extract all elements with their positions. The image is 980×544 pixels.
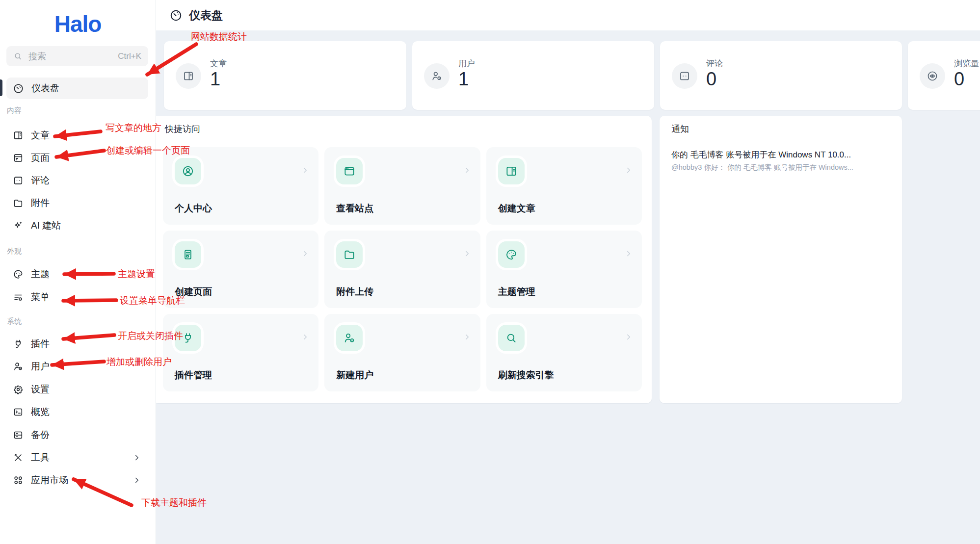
sidebar-item-label: 应用市场: [31, 474, 68, 487]
sidebar-item-comments[interactable]: 评论: [6, 170, 148, 191]
quick-tile-plugin-management[interactable]: 插件管理: [163, 314, 318, 391]
quick-tile-label: 新建用户: [336, 369, 373, 382]
menu-settings-icon: [13, 292, 24, 303]
plug-icon: [13, 338, 24, 349]
sidebar-item-settings[interactable]: 设置: [6, 379, 148, 400]
stat-label: 文章: [210, 58, 227, 69]
upload-attachment-icon: [336, 241, 363, 268]
sidebar-item-label: 设置: [31, 383, 50, 396]
stat-value: 1: [210, 69, 220, 90]
quick-tile-create-post[interactable]: 创建文章: [486, 147, 642, 225]
notification-item-subtitle: @hobby3 你好： 你的 毛毛博客 账号被用于在 Windows...: [671, 163, 892, 172]
profile-icon: [175, 158, 201, 184]
stat-card-users: 用户 1: [412, 41, 654, 110]
sidebar-item-users[interactable]: 用户: [6, 356, 148, 377]
comments-icon: [13, 175, 24, 186]
page-title: 仪表盘: [189, 8, 223, 23]
chevron-right-icon: [463, 333, 472, 341]
sidebar-item-posts[interactable]: 文章: [6, 125, 148, 146]
quick-tile-label: 创建文章: [498, 202, 535, 215]
tools-icon: [13, 452, 24, 463]
search-placeholder: 搜索: [28, 51, 112, 62]
sidebar-item-attachments[interactable]: 附件: [6, 192, 148, 214]
sidebar-item-pages[interactable]: 页面: [6, 147, 148, 169]
sidebar-item-themes[interactable]: 主题: [6, 263, 148, 285]
sidebar-item-dashboard[interactable]: 仪表盘: [6, 78, 148, 99]
gear-icon: [13, 384, 24, 395]
quick-tile-upload-attachment[interactable]: 附件上传: [324, 231, 480, 308]
chevron-right-icon: [624, 249, 633, 258]
search-icon: [13, 52, 23, 61]
quick-tile-theme-management[interactable]: 主题管理: [486, 231, 642, 308]
quick-access-panel: 快捷访问 个人中心 查看站点 创建文章 创建页面: [153, 116, 652, 403]
palette-icon: [13, 269, 24, 280]
active-indicator: [0, 79, 2, 96]
quick-tile-label: 附件上传: [336, 285, 373, 298]
posts-icon: [13, 130, 24, 141]
halo-admin-page: Halo 搜索 Ctrl+K 仪表盘 内容 文章 页面 评论 附件: [0, 0, 980, 544]
quick-tile-new-user[interactable]: 新建用户: [324, 314, 480, 391]
views-icon: [920, 63, 945, 89]
search-input[interactable]: 搜索 Ctrl+K: [6, 46, 148, 66]
sidebar-item-label: 用户: [31, 360, 50, 373]
sidebar-item-plugins[interactable]: 插件: [6, 333, 148, 355]
quick-tile-view-site[interactable]: 查看站点: [324, 147, 480, 225]
sidebar-item-label: 附件: [31, 197, 50, 209]
stat-value: 1: [458, 69, 469, 90]
chevron-right-icon: [624, 333, 633, 341]
stat-value: 0: [954, 69, 964, 90]
chevron-right-icon: [624, 166, 633, 175]
stat-card-views: 浏览量 0: [908, 41, 980, 110]
quick-tile-label: 主题管理: [498, 285, 535, 298]
gauge-icon: [13, 83, 24, 94]
notifications-panel: 通知 你的 毛毛博客 账号被用于在 Windows NT 10.0... @ho…: [660, 116, 902, 403]
quick-tile-label: 创建页面: [175, 285, 212, 298]
sidebar-item-overview[interactable]: 概览: [6, 401, 148, 423]
sidebar-item-label: 插件: [31, 337, 50, 350]
notifications-title: 通知: [660, 116, 902, 142]
stat-value: 0: [706, 69, 716, 90]
sidebar-item-label: 主题: [31, 268, 50, 281]
chevron-right-icon: [301, 333, 310, 341]
chevron-right-icon: [301, 249, 310, 258]
quick-access-grid: 个人中心 查看站点 创建文章 创建页面 附件上传: [163, 147, 642, 391]
sidebar-item-menus[interactable]: 菜单: [6, 286, 148, 308]
user-settings-icon: [13, 361, 24, 372]
sidebar-item-label: 文章: [31, 129, 50, 142]
stat-label: 评论: [706, 58, 723, 69]
stat-card-posts: 文章 1: [164, 41, 406, 110]
sidebar-item-ai-builder[interactable]: AI 建站: [6, 215, 148, 236]
halo-logo: Halo: [0, 11, 156, 37]
quick-tile-label: 刷新搜索引擎: [498, 369, 554, 382]
archive-icon: [13, 430, 24, 440]
quick-tile-label: 查看站点: [336, 202, 373, 215]
chevron-right-icon: [463, 249, 472, 258]
sidebar-item-label: 概览: [31, 406, 50, 418]
sidebar-item-label: 页面: [31, 152, 50, 164]
folder-icon: [13, 198, 24, 208]
sidebar-section-content: 内容: [7, 106, 22, 115]
comments-icon: [672, 63, 697, 89]
sidebar-item-tools[interactable]: 工具: [6, 447, 148, 468]
pages-icon: [13, 153, 24, 163]
quick-tile-profile[interactable]: 个人中心: [163, 147, 318, 225]
search-shortcut: Ctrl+K: [118, 52, 141, 61]
stat-label: 浏览量: [954, 58, 979, 69]
sidebar-item-label: 仪表盘: [31, 82, 59, 95]
refresh-search-engine-icon: [498, 325, 525, 351]
stat-card-comments: 评论 0: [660, 41, 902, 110]
users-icon: [424, 63, 450, 89]
create-post-icon: [498, 158, 525, 184]
sidebar-item-backup[interactable]: 备份: [6, 424, 148, 446]
stat-label: 用户: [458, 58, 475, 69]
theme-management-icon: [498, 241, 525, 268]
sidebar-item-label: 评论: [31, 174, 50, 187]
posts-icon: [176, 63, 201, 89]
quick-tile-create-page[interactable]: 创建页面: [163, 231, 318, 308]
chevron-right-icon: [463, 166, 472, 175]
quick-access-title: 快捷访问: [153, 116, 652, 142]
chevron-right-icon: [132, 476, 141, 485]
sparkles-icon: [13, 220, 24, 231]
quick-tile-refresh-search-engine[interactable]: 刷新搜索引擎: [486, 314, 642, 391]
sidebar-item-app-market[interactable]: 应用市场: [6, 469, 148, 491]
